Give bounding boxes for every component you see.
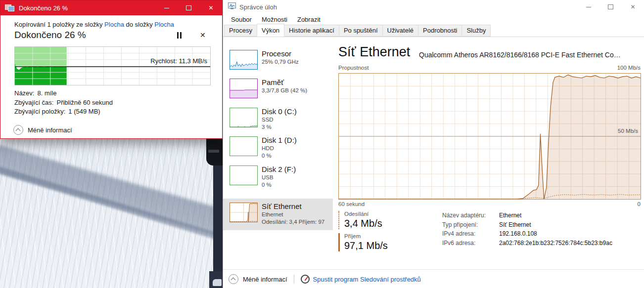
sidebar-item-title: Procesor [262, 49, 333, 58]
person-boot [209, 271, 223, 288]
speed-label: Rychlost: 11,3 MB/s [150, 57, 207, 65]
time-remaining-row: Zbývající čas:Přibližně 60 sekund [14, 98, 113, 108]
ethernet-mini-chart [230, 203, 258, 222]
sidebar-item-stat: HDD [262, 145, 332, 152]
task-manager-icon [228, 2, 236, 11]
network-chart-canvas [339, 74, 641, 199]
sidebar-item-memory[interactable]: Paměť 3,3/7,8 GB (42 %) [223, 75, 333, 102]
item-name-row: Název:8. míle [14, 89, 113, 98]
task-manager-title: Správce úloh [239, 3, 277, 11]
tab-uzivatele[interactable]: Uživatelé [382, 25, 418, 37]
receive-value: 97,1 Mb/s [344, 240, 388, 251]
copy-dialog: Dokončeno 26 % ✕ Kopírování 1 položky ze… [0, 0, 223, 139]
close-button[interactable]: ✕ [622, 0, 644, 14]
minimize-icon [164, 8, 169, 8]
sidebar-item-disk1[interactable]: Disk 1 (D:) HDD 0 % [223, 132, 333, 161]
sidebar-item-stat: Odesílání: 3,4 Příjem: 97 [262, 218, 332, 226]
tab-po-spusteni[interactable]: Po spuštění [339, 25, 383, 37]
memory-mini-chart [230, 79, 258, 98]
adapter-row: IPv4 adresa: 192.168.0.108 [442, 229, 612, 239]
sidebar-item-title: Disk 2 (F:) [262, 165, 333, 174]
menu-zobrazit[interactable]: Zobrazit [292, 16, 325, 23]
disk2-mini-chart [230, 165, 258, 185]
sidebar-item-stat: SSD [262, 116, 332, 123]
receive-stat: Příjem 97,1 Mb/s [338, 233, 388, 251]
sidebar-item-disk2[interactable]: Disk 2 (F:) USB 0 % [223, 162, 333, 190]
sidebar-item-disk0[interactable]: Disk 0 (C:) SSD 3 % [223, 104, 333, 132]
copy-dialog-title: Dokončeno 26 % [19, 4, 68, 12]
x-axis-left-label: 60 sekund [338, 201, 365, 207]
sidebar-item-cpu[interactable]: Procesor 25% 0,79 GHz [223, 46, 333, 74]
less-info-button[interactable]: Méně informací [13, 125, 72, 135]
adapter-row: Typ připojení: Síť Ethernet [442, 220, 612, 230]
adapter-name-value: Ethernet [499, 211, 521, 220]
copy-dialog-titlebar[interactable]: Dokončeno 26 % ✕ [0, 0, 222, 15]
footer-separator [294, 275, 294, 284]
page-title: Síť Ethernet [338, 44, 410, 60]
destination-folder-link[interactable]: Plocha [154, 21, 174, 28]
open-resource-monitor-link[interactable]: Spustit program Sledování prostředků [301, 275, 421, 284]
copy-details: Název:8. míle Zbývající čas:Přibližně 60… [14, 89, 113, 117]
ipv4-label: IPv4 adresa: [442, 229, 499, 239]
sidebar-item-stat: Ethernet [262, 211, 332, 218]
maximize-button[interactable] [599, 0, 622, 14]
items-remaining-value: 1 (549 MB) [68, 108, 100, 115]
item-name-value: 8. míle [37, 89, 56, 97]
minimize-icon [586, 7, 591, 7]
less-info-button[interactable]: Méně informací [229, 274, 287, 284]
source-folder-link[interactable]: Plocha [104, 21, 124, 28]
status-bar: Méně informací Spustit program Sledování… [223, 269, 644, 288]
adapter-details: Název adaptéru: Ethernet Typ připojení: … [442, 211, 612, 247]
send-label: Odesílání [344, 211, 382, 217]
ipv6-label: IPv6 adresa: [442, 239, 499, 248]
sidebar-item-stat: 0 % [262, 152, 332, 160]
sidebar-item-stat: 3,3/7,8 GB (42 %) [262, 87, 332, 94]
tab-vykon[interactable]: Výkon [257, 24, 284, 37]
tab-podrobnosti[interactable]: Podrobnosti [418, 25, 462, 37]
time-remaining-label: Zbývající čas: [14, 99, 53, 106]
sidebar-item-title: Paměť [262, 78, 333, 87]
item-name-label: Název: [14, 89, 34, 97]
copy-speed-chart: Rychlost: 11,3 MB/s [14, 46, 211, 85]
cpu-mini-chart [230, 50, 258, 70]
adapter-subtitle: Qualcomm Atheros AR8162/8166/8168 PCI-E … [419, 51, 640, 59]
menu-soubor[interactable]: Soubor [226, 16, 257, 23]
minimize-button[interactable] [155, 0, 178, 15]
adapter-name-label: Název adaptéru: [442, 211, 499, 220]
sidebar-item-title: Disk 0 (C:) [262, 107, 333, 116]
screen: Dokončeno 26 % ✕ Kopírování 1 položky ze… [0, 0, 644, 288]
y-axis-max-label: 100 Mb/s [617, 65, 641, 71]
task-manager-window: Správce úloh ✕ Soubor Možnosti Zobrazit … [223, 0, 644, 288]
chevron-up-icon [13, 125, 23, 135]
less-info-label: Méně informací [243, 276, 287, 283]
sidebar-item-stat: 25% 0,79 GHz [262, 58, 332, 66]
x-axis-right-label: 0 [638, 201, 641, 207]
disk1-mini-chart [230, 136, 258, 156]
menu-moznosti[interactable]: Možnosti [257, 16, 292, 23]
pause-button[interactable] [177, 32, 182, 39]
task-manager-titlebar[interactable]: Správce úloh ✕ [223, 0, 644, 14]
adapter-row: IPv6 adresa: 2a02:768:2e1b:b232:7526:784… [442, 239, 612, 248]
sidebar-item-stat: 3 % [262, 123, 332, 131]
copy-speed-chart-canvas [15, 47, 210, 85]
copy-description: Kopírování 1 položky ze složky Plocha do… [14, 21, 174, 28]
maximize-icon [608, 4, 613, 9]
time-remaining-value: Přibližně 60 sekund [56, 99, 112, 106]
connection-type-value: Síť Ethernet [499, 220, 531, 230]
items-remaining-label: Zbývající položky: [14, 108, 65, 115]
sidebar-item-title: Síť Ethernet [262, 202, 333, 211]
sidebar-item-stat: 0 % [262, 181, 332, 189]
sidebar-item-stat: USB [262, 174, 332, 181]
disk0-mini-chart [230, 108, 258, 127]
tab-historie-aplikaci[interactable]: Historie aplikací [284, 25, 339, 37]
tab-procesy[interactable]: Procesy [224, 25, 257, 37]
receive-label: Příjem [344, 233, 388, 239]
close-button[interactable]: ✕ [200, 0, 222, 15]
cancel-copy-button[interactable]: ✕ [200, 31, 206, 39]
tab-sluzby[interactable]: Služby [461, 25, 491, 37]
maximize-button[interactable] [178, 0, 200, 15]
sidebar-item-ethernet[interactable]: Síť Ethernet Ethernet Odesílání: 3,4 Pří… [223, 199, 333, 230]
resource-monitor-icon [301, 275, 310, 284]
adapter-row: Název adaptéru: Ethernet [442, 211, 612, 220]
minimize-button[interactable] [577, 0, 599, 14]
